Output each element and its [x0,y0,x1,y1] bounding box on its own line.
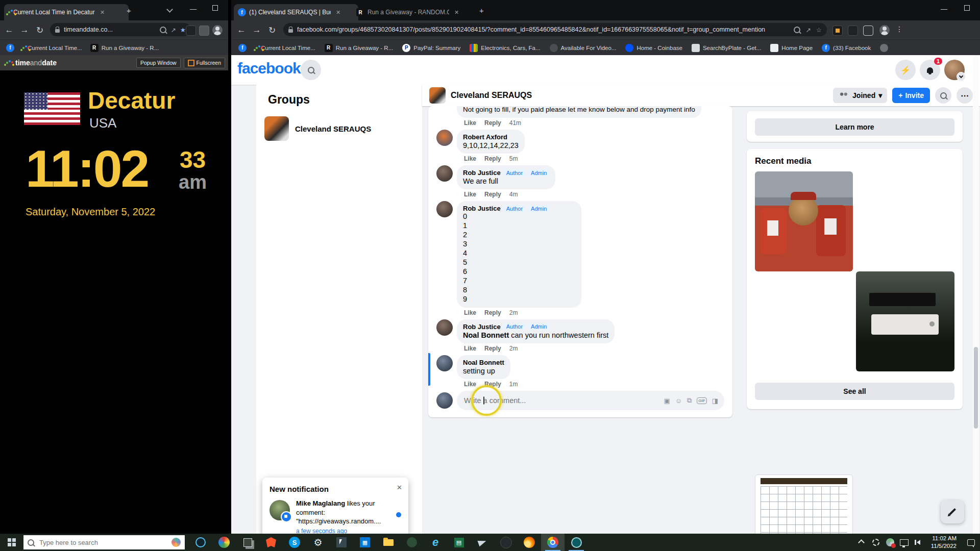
fullscreen-button[interactable]: Fullscreen [184,58,225,68]
avatar[interactable] [436,319,453,336]
extension-icon[interactable] [186,26,196,36]
tray-network-icon[interactable] [897,534,912,551]
profile-avatar[interactable] [879,25,890,35]
page-scrollbar[interactable] [973,55,979,534]
taskbar-app-obs[interactable] [565,534,588,551]
comment-author[interactable]: Rob JusticeAuthorAdmin [463,205,575,212]
comment-time[interactable]: 2m [509,345,518,352]
like-button[interactable]: Like [464,309,476,316]
share-icon[interactable]: ↗ [805,26,811,34]
taskbar-app-excel[interactable]: ▤ [447,534,471,551]
reload-icon[interactable]: ↻ [265,25,279,36]
address-bar[interactable]: facebook.com/groups/468573020841307/post… [283,23,827,36]
tray-app-icon[interactable] [883,534,897,551]
close-icon[interactable]: ✕ [397,484,402,491]
new-tab-button[interactable]: + [127,6,131,15]
extensions-puzzle-icon[interactable] [199,26,209,36]
media-xbox-photo[interactable] [856,271,954,371]
taskbar-app-skype[interactable]: S [283,534,306,551]
sticker-icon[interactable]: ◨ [712,397,718,405]
profile-avatar[interactable] [212,25,223,35]
comment-time[interactable]: 41m [509,119,521,127]
menu-kebab-icon[interactable]: ⋮ [896,25,903,33]
globe-icon[interactable] [880,44,888,52]
comment-time[interactable]: 1m [509,381,518,388]
forward-icon[interactable]: → [250,25,264,35]
taskbar-search-input[interactable] [38,538,167,547]
comment-time[interactable]: 5m [509,155,518,162]
back-icon[interactable]: ← [2,25,16,35]
bookmark-random-org[interactable]: RRun a Giveaway - R... [325,44,393,52]
minimize-button[interactable]: — [941,5,947,13]
share-icon[interactable]: ↗ [170,26,176,34]
bookmark-video[interactable]: Available For Video... [550,44,617,52]
tab-random-org[interactable]: R Run a Giveaway - RANDOM.ORG ✕ [352,4,479,20]
comment-author[interactable]: Rob JusticeAuthorAdmin [463,169,549,177]
start-button[interactable] [0,534,23,551]
reload-icon[interactable]: ↻ [33,25,47,36]
like-button[interactable]: Like [464,345,476,352]
tray-volume-icon[interactable] [912,534,926,551]
tab-close-icon[interactable]: ✕ [98,8,107,17]
tray-clock[interactable]: 11:02 AM 11/5/2022 [926,535,962,550]
reply-button[interactable]: Reply [484,345,501,352]
bookmark-random-org[interactable]: RRun a Giveaway - R... [90,44,159,52]
camera-icon[interactable]: ⧉ [687,396,692,405]
sidebar-group-item[interactable]: Cleveland SERAUQS [260,114,418,143]
emoji-icon[interactable]: ☺ [675,397,682,405]
avatar-sticker-icon[interactable]: ▣ [664,397,670,405]
taskbar-app-settings[interactable]: ⚙ [306,534,330,551]
invite-button[interactable]: +Invite [892,88,930,103]
bookmark-home-page[interactable]: Home Page [770,44,813,52]
joined-button[interactable]: Joined▾ [833,88,887,103]
notification-text[interactable]: Mike Maglalang likes your comment: "http… [296,499,387,534]
search-tabs-icon[interactable] [166,6,173,13]
taskbar-app-dark[interactable] [400,534,424,551]
comment-author[interactable]: Noal Bonnett [463,359,504,366]
action-center-button[interactable] [962,534,980,551]
facebook-logo[interactable]: facebook [237,60,301,77]
tab-facebook[interactable]: f (1) Cleveland SERAUQS | Buckeye ✕ [234,4,358,20]
media-squares-grid-photo[interactable] [755,474,853,534]
mention-link[interactable]: Noal Bonnett [463,331,509,339]
bookmark-star-icon[interactable]: ☆ [816,26,822,34]
bookmark-facebook-33[interactable]: f(33) Facebook [822,44,871,52]
taskbar-app-firefox[interactable] [518,534,541,551]
address-bar[interactable]: timeanddate.co... ↗ ★ [50,23,191,36]
taskbar-app-cortana[interactable] [189,534,212,551]
back-icon[interactable]: ← [234,25,249,35]
comment-composer[interactable]: ▣ ☺ ⧉ GIF ◨ [457,391,724,410]
notification-avatar[interactable] [270,500,290,520]
taskbar-app-internet-explorer[interactable]: e [424,534,447,551]
avatar[interactable] [436,201,453,217]
taskbar-app-colorful[interactable] [212,534,236,551]
taskbar-app-file-explorer[interactable] [377,534,400,551]
learn-more-button[interactable]: Learn more [755,118,954,136]
comment-time[interactable]: 4m [509,191,518,198]
maximize-button[interactable] [212,5,218,11]
extension-icon[interactable] [848,26,858,36]
tab-close-icon[interactable]: ✕ [334,8,342,17]
reply-button[interactable]: Reply [484,309,501,316]
zoom-icon[interactable] [160,27,166,33]
taskbar-app-remote[interactable] [330,534,353,551]
bookmark-searchbyplate[interactable]: SearchByPlate - Get... [692,44,761,52]
minimize-button[interactable]: — [190,5,197,13]
messenger-button[interactable]: ⚡ [895,60,916,80]
honey-extension-icon[interactable] [832,26,843,36]
search-button[interactable] [301,60,321,80]
tab-timeanddate[interactable]: Current Local Time in Decatur ✕ [4,4,129,20]
reply-button[interactable]: Reply [484,155,501,162]
taskbar-app-paper-plane[interactable] [471,534,494,551]
group-more-button[interactable]: ⋯ [957,87,973,104]
like-button[interactable]: Like [464,381,476,388]
group-avatar[interactable] [429,87,446,104]
scrollbar-thumb[interactable] [974,347,978,429]
taskbar-app-store[interactable]: ▦ [353,534,377,551]
avatar[interactable] [436,355,453,371]
new-tab-button[interactable]: + [479,6,484,15]
taskbar-app-task-view[interactable] [236,534,259,551]
media-football-photo[interactable] [755,171,853,271]
bookmark-coinbase[interactable]: Home - Coinbase [625,44,682,52]
forward-icon[interactable]: → [17,25,32,35]
